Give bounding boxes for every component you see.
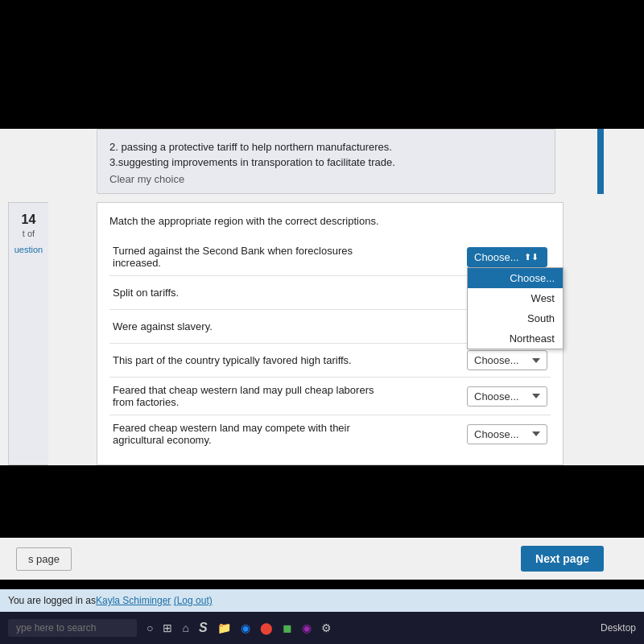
dropdown-arrow: ⬆⬇ bbox=[524, 252, 539, 262]
prev-line-1: 2. passing a protective tariff to help n… bbox=[109, 141, 543, 153]
taskbar-search-input[interactable] bbox=[8, 619, 137, 637]
question-of: t of bbox=[23, 229, 35, 238]
table-row: Feared cheap western land may compete wi… bbox=[109, 415, 551, 453]
taskbar-grid-icon[interactable]: ⊞ bbox=[163, 621, 172, 634]
desktop-label: Desktop bbox=[601, 622, 636, 634]
taskbar-chrome-icon[interactable]: ⬤ bbox=[260, 621, 273, 634]
username-link[interactable]: Kayla Schiminger bbox=[96, 595, 171, 606]
question-header: Match the appropriate region with the co… bbox=[109, 215, 551, 227]
bottom-nav: s page Next page bbox=[0, 538, 644, 580]
dropdown-item-south[interactable]: South bbox=[468, 308, 563, 328]
taskbar: ○ ⊞ ⌂ S 📁 ◉ ⬤ ◼ ◉ ⚙ Desktop bbox=[0, 612, 644, 644]
choose-label: Choose... bbox=[474, 251, 519, 263]
question-link[interactable]: uestion bbox=[14, 245, 43, 254]
dropdown-item-west[interactable]: West bbox=[468, 288, 563, 308]
prev-line-2: 3.suggesting improvements in transporati… bbox=[109, 156, 543, 168]
table-row: Feared that cheap western land may pull … bbox=[109, 378, 551, 415]
prev-page-button[interactable]: s page bbox=[16, 547, 72, 571]
taskbar-gear-icon[interactable]: ⚙ bbox=[321, 621, 332, 634]
taskbar-app2-icon[interactable]: ◉ bbox=[302, 621, 312, 634]
row-description: Feared cheap western land may compete wi… bbox=[109, 415, 396, 453]
taskbar-home-icon[interactable]: ⌂ bbox=[182, 621, 188, 634]
question-number: 14 bbox=[22, 213, 36, 227]
next-page-button[interactable]: Next page bbox=[521, 546, 604, 572]
taskbar-s-icon[interactable]: S bbox=[199, 621, 208, 635]
prev-question-wrapper: 2. passing a protective tariff to help n… bbox=[48, 129, 604, 194]
main-content: 2. passing a protective tariff to help n… bbox=[0, 129, 644, 465]
login-text: You are logged in as bbox=[8, 595, 96, 606]
row-description: Turned against the Second Bank when fore… bbox=[109, 238, 396, 276]
row-select-cell: Choose... West South Northeast bbox=[396, 415, 551, 453]
row-description: This part of the country typically favor… bbox=[109, 344, 396, 378]
table-row: Turned against the Second Bank when fore… bbox=[109, 238, 551, 276]
region-select-4[interactable]: Choose... West South Northeast bbox=[467, 350, 547, 370]
taskbar-app-icon[interactable]: ◼ bbox=[283, 621, 292, 634]
choose-dropdown-btn[interactable]: Choose... ⬆⬇ bbox=[467, 247, 547, 267]
question-sidebar: 14 t of uestion bbox=[8, 202, 48, 465]
dropdown-open-container: Choose... ⬆⬇ Choose... West South Northe… bbox=[467, 247, 547, 267]
dropdown-item-choose[interactable]: Choose... bbox=[468, 268, 563, 288]
row-description: Feared that cheap western land may pull … bbox=[109, 378, 396, 415]
region-select-5[interactable]: Choose... West South Northeast bbox=[467, 386, 547, 407]
taskbar-explorer-icon[interactable]: 📁 bbox=[217, 621, 231, 634]
prev-question-block: 2. passing a protective tariff to help n… bbox=[97, 129, 555, 194]
taskbar-right: Desktop bbox=[601, 622, 636, 634]
region-select-6[interactable]: Choose... West South Northeast bbox=[467, 424, 547, 444]
top-black-area bbox=[0, 0, 644, 129]
question-section: Match the appropriate region with the co… bbox=[97, 202, 564, 465]
row-select-cell: Choose... West South Northeast bbox=[396, 378, 551, 415]
taskbar-edge-icon[interactable]: ◉ bbox=[241, 621, 250, 634]
match-table: Turned against the Second Bank when fore… bbox=[109, 238, 551, 452]
logout-link[interactable]: (Log out) bbox=[174, 595, 213, 606]
row-select-cell: Choose... ⬆⬇ Choose... West South Northe… bbox=[396, 238, 551, 276]
row-description: Were against slavery. bbox=[109, 310, 396, 344]
login-bar: You are logged in as Kayla Schiminger (L… bbox=[0, 589, 644, 612]
blue-accent-bar bbox=[597, 129, 604, 194]
row-description: Split on tariffs. bbox=[109, 276, 396, 310]
dropdown-list: Choose... West South Northeast bbox=[467, 267, 564, 349]
clear-choice-link[interactable]: Clear my choice bbox=[109, 173, 543, 185]
taskbar-left: ○ ⊞ ⌂ S 📁 ◉ ⬤ ◼ ◉ ⚙ bbox=[8, 619, 601, 637]
dropdown-item-northeast[interactable]: Northeast bbox=[468, 328, 563, 349]
taskbar-circle-icon[interactable]: ○ bbox=[147, 621, 153, 634]
